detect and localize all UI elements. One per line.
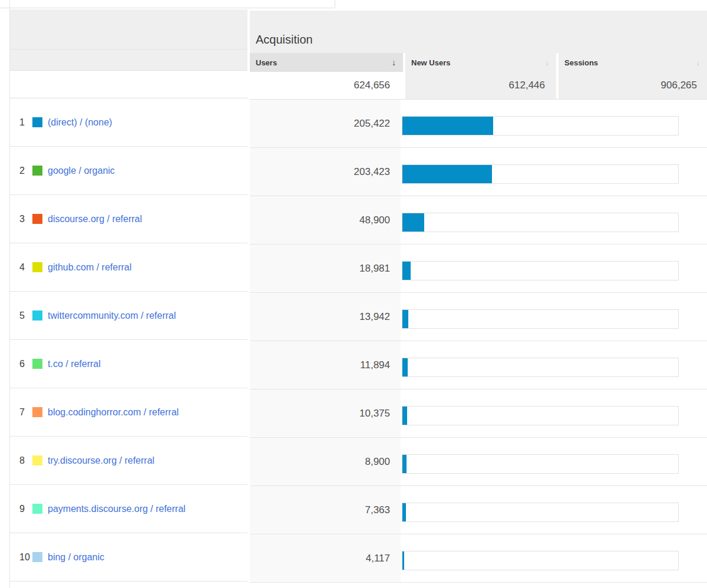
users-bar: [402, 407, 407, 425]
users-value-cell: 10,375: [250, 389, 401, 437]
users-value-cell: 203,423: [250, 148, 401, 196]
source-rows: 1(direct) / (none)2google / organic3disc…: [10, 98, 247, 582]
bar-track: [402, 454, 679, 474]
table-row: 4,117: [250, 534, 707, 583]
column-header-new-users[interactable]: New Users ↓: [405, 53, 556, 72]
table-row: 205,422: [250, 100, 707, 148]
bar-track: [402, 164, 679, 184]
users-value-cell: 205,422: [250, 100, 401, 147]
users-value-cell: 18,981: [250, 245, 401, 292]
table-row: 3discourse.org / referral: [10, 195, 247, 243]
table-row: 2google / organic: [10, 147, 247, 195]
acquisition-title-bar: Acquisition: [250, 11, 707, 53]
source-medium-link[interactable]: (direct) / (none): [48, 117, 112, 128]
acquisition-panel: Acquisition Users ↓ New Users ↓ Sessions…: [250, 11, 707, 583]
left-totals-cell: [10, 71, 247, 98]
legend-swatch: [32, 166, 42, 176]
users-bar: [402, 358, 408, 376]
source-medium-link[interactable]: google / organic: [48, 166, 115, 176]
table-row: 9payments.discourse.org / referral: [10, 485, 247, 533]
sort-desc-inactive-icon[interactable]: ↓: [696, 59, 701, 67]
sort-desc-active-icon[interactable]: ↓: [392, 58, 396, 67]
users-value-cell: 13,942: [250, 293, 401, 341]
column-header-users-label: Users: [256, 58, 277, 67]
users-value-cell: 11,894: [250, 341, 401, 389]
row-rank: 3: [19, 214, 32, 224]
bar-zone: [401, 245, 707, 292]
column-header-users[interactable]: Users ↓: [250, 53, 403, 72]
row-rank: 10: [19, 552, 32, 563]
bar-zone: [401, 389, 707, 437]
table-row: 1(direct) / (none): [10, 98, 247, 147]
source-medium-panel: 1(direct) / (none)2google / organic3disc…: [10, 9, 247, 582]
users-value-cell: 4,117: [250, 534, 401, 582]
analytics-acquisition-table: { "acquisition": { "title": "Acquisition…: [0, 0, 707, 588]
bar-zone: [401, 100, 707, 147]
bar-track: [402, 309, 679, 329]
row-rank: 7: [19, 407, 32, 418]
bar-track: [402, 406, 679, 425]
bar-track: [402, 261, 679, 280]
bar-track: [402, 116, 679, 136]
row-rank: 4: [19, 262, 32, 273]
users-value-cell: 7,363: [250, 486, 401, 534]
source-medium-link[interactable]: payments.discourse.org / referral: [48, 504, 186, 514]
bar-zone: [401, 534, 707, 582]
bar-zone: [401, 438, 707, 485]
source-medium-link[interactable]: bing / organic: [48, 552, 104, 563]
table-row: 48,900: [250, 196, 707, 245]
users-value-cell: 48,900: [250, 196, 401, 244]
metric-column-headers: Users ↓ New Users ↓ Sessions ↓: [250, 53, 707, 72]
table-row: 18,981: [250, 245, 707, 293]
total-users: 624,656: [250, 72, 403, 99]
table-row: 11,894: [250, 341, 707, 389]
source-medium-link[interactable]: github.com / referral: [48, 262, 131, 273]
table-row: 13,942: [250, 293, 707, 341]
table-row: 10bing / organic: [10, 533, 247, 582]
source-medium-link[interactable]: t.co / referral: [48, 359, 101, 369]
source-medium-link[interactable]: discourse.org / referral: [48, 214, 142, 224]
left-header-block: [10, 9, 247, 49]
top-divider-vline: [335, 0, 335, 8]
legend-swatch: [32, 359, 42, 369]
row-rank: 2: [19, 166, 32, 176]
row-rank: 9: [19, 504, 32, 514]
legend-swatch: [32, 262, 42, 272]
bar-track: [402, 358, 679, 377]
table-row: 5twittercommunity.com / referral: [10, 292, 247, 340]
row-rank: 6: [19, 359, 32, 369]
source-medium-link[interactable]: try.discourse.org / referral: [48, 455, 154, 466]
bar-track: [402, 503, 679, 522]
table-row: 4github.com / referral: [10, 243, 247, 292]
legend-swatch: [32, 407, 42, 417]
total-sessions: 906,265: [559, 72, 707, 99]
panel-title: Acquisition: [256, 33, 313, 47]
source-medium-link[interactable]: twittercommunity.com / referral: [48, 310, 176, 321]
users-bar: [402, 213, 424, 232]
users-bar: [402, 165, 492, 183]
row-rank: 8: [19, 455, 32, 466]
column-header-new-users-label: New Users: [411, 58, 450, 67]
table-row: 7blog.codinghorror.com / referral: [10, 388, 247, 437]
table-row: 7,363: [250, 486, 707, 534]
source-medium-link[interactable]: blog.codinghorror.com / referral: [48, 407, 179, 418]
column-header-sessions[interactable]: Sessions ↓: [559, 53, 707, 72]
top-divider-line: [0, 8, 335, 8]
legend-swatch: [32, 117, 42, 127]
users-value-cell: 8,900: [250, 438, 401, 485]
bar-zone: [401, 148, 707, 196]
legend-swatch: [32, 310, 42, 321]
legend-swatch: [32, 552, 42, 562]
users-bar: [402, 117, 493, 135]
legend-swatch: [32, 504, 42, 514]
totals-row: 624,656 612,446 906,265: [250, 72, 707, 100]
users-bar: [402, 551, 404, 570]
users-bar: [402, 262, 411, 280]
sort-desc-inactive-icon[interactable]: ↓: [546, 59, 550, 67]
left-column-header-cell: [10, 49, 247, 71]
bar-track: [402, 213, 679, 232]
row-rank: 5: [19, 310, 32, 321]
bar-zone: [401, 196, 707, 244]
bar-zone: [401, 293, 707, 341]
users-bar: [402, 503, 406, 521]
